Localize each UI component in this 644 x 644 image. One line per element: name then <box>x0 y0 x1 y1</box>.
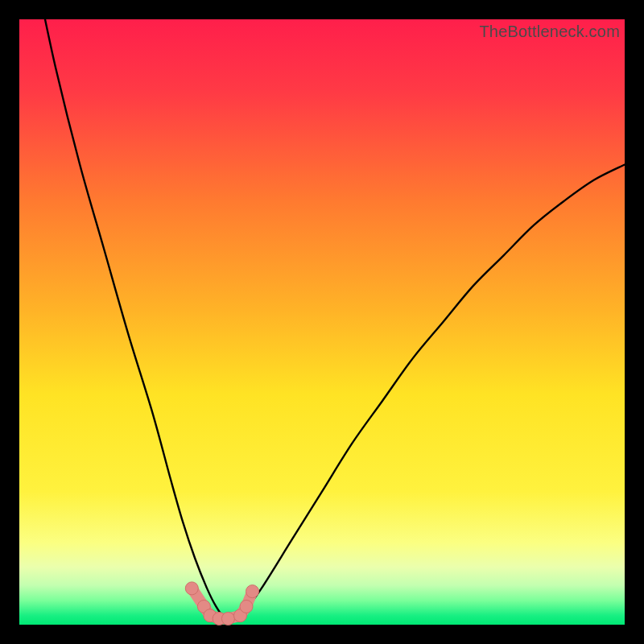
curve-marker-dot <box>185 582 198 595</box>
curve-marker-dot <box>246 585 259 598</box>
curve-marker-dot <box>221 612 234 625</box>
watermark-text: TheBottleneck.com <box>479 23 620 41</box>
chart-frame: TheBottleneck.com <box>19 19 625 625</box>
curve-marker-dot <box>240 600 253 613</box>
bottleneck-curve <box>19 19 625 625</box>
